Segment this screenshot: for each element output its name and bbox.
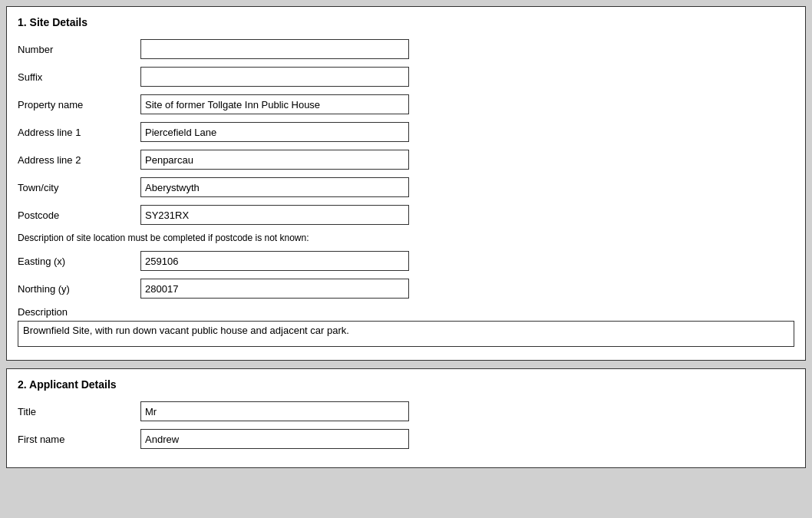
property-name-row: Property name [18,94,794,114]
address-line-1-input[interactable] [140,122,409,142]
address-line-2-row: Address line 2 [18,150,794,170]
postcode-label: Postcode [18,210,140,221]
description-input[interactable]: Brownfield Site, with run down vacant pu… [18,321,794,347]
site-details-title: 1. Site Details [18,16,794,28]
title-row: Title [18,401,794,421]
address-line-2-label: Address line 2 [18,154,140,166]
town-city-label: Town/city [18,182,140,193]
easting-label: Easting (x) [18,256,140,267]
easting-input[interactable] [140,251,409,271]
applicant-details-title: 2. Applicant Details [18,378,794,391]
number-input[interactable] [140,39,409,59]
number-label: Number [18,44,140,55]
first-name-label: First name [18,434,140,445]
first-name-row: First name [18,429,794,449]
easting-row: Easting (x) [18,251,794,271]
title-label: Title [18,406,140,417]
description-label: Description [18,306,794,318]
postcode-input[interactable] [140,205,409,225]
first-name-input[interactable] [140,429,409,449]
postcode-row: Postcode [18,205,794,225]
site-details-section: 1. Site Details Number Suffix Property n… [6,6,806,361]
northing-label: Northing (y) [18,283,140,295]
number-row: Number [18,39,794,59]
address-line-1-label: Address line 1 [18,127,140,138]
northing-input[interactable] [140,279,409,299]
town-city-input[interactable] [140,177,409,197]
suffix-row: Suffix [18,67,794,87]
town-city-row: Town/city [18,177,794,197]
property-name-label: Property name [18,99,140,111]
property-name-input[interactable] [140,94,409,114]
suffix-label: Suffix [18,71,140,83]
address-line-1-row: Address line 1 [18,122,794,142]
postcode-note: Description of site location must be com… [18,233,794,243]
address-line-2-input[interactable] [140,150,409,170]
northing-row: Northing (y) [18,279,794,299]
applicant-details-section: 2. Applicant Details Title First name [6,368,806,468]
suffix-input[interactable] [140,67,409,87]
title-input[interactable] [140,401,409,421]
